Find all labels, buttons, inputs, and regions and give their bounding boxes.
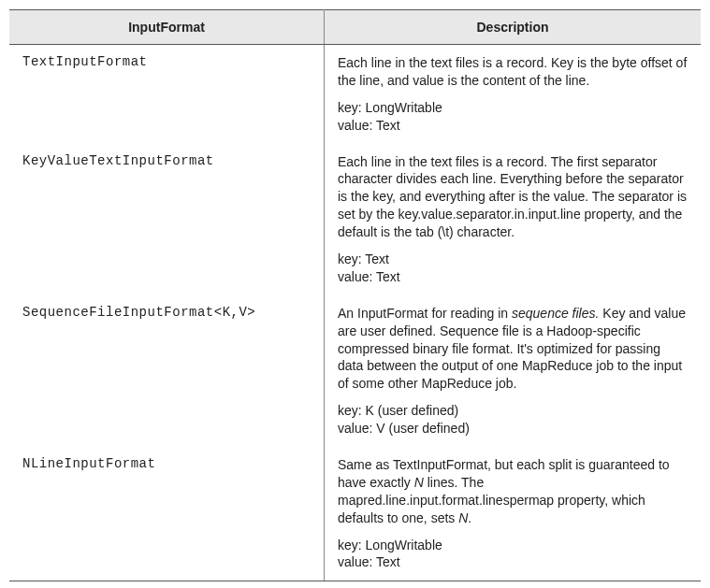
desc-emphasis2: N: [458, 510, 468, 525]
key-value-block: key: LongWritable value: Text: [338, 99, 688, 135]
key-value-block: key: Text value: Text: [338, 251, 688, 286]
description-text: An InputFormat for reading in sequence f…: [338, 305, 688, 393]
value-line: value: Text: [338, 553, 688, 571]
key-line: key: Text: [338, 251, 688, 268]
value-line: value: Text: [338, 268, 688, 286]
key-line: key: LongWritable: [338, 537, 688, 554]
value-line: value: Text: [338, 117, 688, 135]
format-name: TextInputFormat: [9, 45, 325, 144]
format-description: Same as TextInputFormat, but each split …: [325, 447, 702, 581]
table-row: KeyValueTextInputFormat Each line in the…: [9, 144, 701, 295]
key-value-block: key: K (user defined) value: V (user def…: [338, 402, 688, 437]
table-row: SequenceFileInputFormat<K,V> An InputFor…: [9, 295, 701, 447]
format-name: NLineInputFormat: [9, 447, 325, 581]
description-text: Same as TextInputFormat, but each split …: [338, 456, 688, 527]
format-name: SequenceFileInputFormat<K,V>: [9, 295, 325, 447]
inputformat-table: InputFormat Description TextInputFormat …: [9, 9, 701, 581]
key-line: key: LongWritable: [338, 99, 688, 117]
desc-emphasis: N: [414, 475, 424, 490]
format-description: An InputFormat for reading in sequence f…: [325, 295, 702, 447]
desc-pre: An InputFormat for reading in: [338, 306, 512, 321]
header-description: Description: [325, 10, 702, 45]
format-description: Each line in the text files is a record.…: [325, 45, 702, 144]
table-row: TextInputFormat Each line in the text fi…: [9, 45, 701, 144]
format-description: Each line in the text files is a record.…: [325, 144, 702, 295]
description-text: Each line in the text files is a record.…: [338, 153, 688, 241]
key-value-block: key: LongWritable value: Text: [338, 537, 688, 572]
desc-emphasis: sequence files.: [512, 306, 599, 321]
header-inputformat: InputFormat: [9, 10, 325, 45]
desc-pre: Same as TextInputFormat, but each split …: [338, 457, 670, 490]
table-header-row: InputFormat Description: [9, 10, 701, 45]
description-text: Each line in the text files is a record.…: [338, 54, 688, 90]
key-line: key: K (user defined): [338, 402, 688, 420]
table-row: NLineInputFormat Same as TextInputFormat…: [9, 447, 701, 581]
value-line: value: V (user defined): [338, 420, 688, 437]
desc-post: .: [468, 510, 471, 525]
format-name: KeyValueTextInputFormat: [9, 144, 325, 295]
